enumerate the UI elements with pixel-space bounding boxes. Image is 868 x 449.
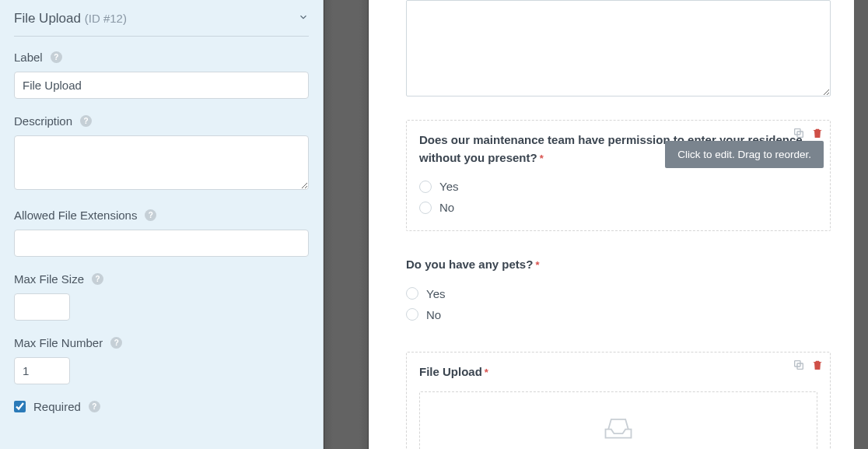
extensions-caption: Allowed File Extensions ? [14, 209, 309, 222]
sidebar-header: File Upload (ID #12) [0, 0, 323, 36]
sidebar-title-text: File Upload [14, 11, 81, 26]
radio-option-no[interactable]: No [419, 197, 817, 218]
duplicate-button[interactable] [793, 127, 805, 139]
extensions-caption-text: Allowed File Extensions [14, 209, 137, 222]
help-icon[interactable]: ? [80, 115, 92, 127]
required-caption: Required [33, 400, 81, 413]
form-field-permission[interactable]: Click to edit. Drag to reorder. Does our… [406, 120, 831, 231]
radio-icon [406, 287, 418, 300]
max-size-caption-text: Max File Size [14, 272, 84, 286]
collapse-toggle[interactable] [298, 12, 309, 26]
preview-textarea[interactable] [406, 0, 831, 96]
field-id-label: (ID #12) [85, 12, 127, 25]
form-field-pets[interactable]: Do you have any pets?* Yes No [406, 245, 831, 338]
sidebar-title: File Upload (ID #12) [14, 11, 127, 26]
radio-icon [419, 181, 432, 193]
radio-icon [419, 202, 432, 214]
max-size-caption: Max File Size ? [14, 272, 309, 286]
trash-icon [811, 359, 824, 371]
extensions-group: Allowed File Extensions ? [0, 209, 323, 272]
copy-icon [793, 359, 805, 371]
description-caption-text: Description [14, 114, 72, 128]
radio-label: Yes [426, 287, 445, 300]
required-group: Required ? [0, 400, 323, 429]
help-icon[interactable]: ? [89, 401, 100, 412]
required-checkbox[interactable] [14, 401, 26, 412]
block-actions [793, 127, 824, 139]
delete-button[interactable] [811, 359, 824, 371]
max-number-caption-text: Max File Number [14, 336, 103, 349]
properties-sidebar: File Upload (ID #12) Label ? Description… [0, 0, 324, 449]
required-star: * [535, 259, 539, 271]
required-star: * [485, 367, 488, 378]
radio-option-no[interactable]: No [406, 304, 831, 325]
field-label: Do you have any pets?* [406, 256, 831, 274]
max-number-input[interactable] [14, 357, 70, 384]
required-star: * [540, 153, 544, 164]
trash-icon [811, 127, 824, 139]
form-field-file-upload[interactable]: File Upload* Click or drag a file to thi… [406, 352, 831, 450]
label-group: Label ? [0, 51, 323, 114]
panel-gap [324, 0, 369, 449]
field-label: File Upload* [419, 363, 817, 381]
description-input[interactable] [14, 135, 309, 190]
radio-option-yes[interactable]: Yes [419, 176, 817, 197]
help-icon[interactable]: ? [92, 273, 103, 285]
max-number-caption: Max File Number ? [14, 336, 309, 349]
radio-label: Yes [439, 180, 458, 193]
radio-icon [406, 308, 418, 321]
max-size-group: Max File Size ? [0, 272, 323, 336]
radio-option-yes[interactable]: Yes [406, 283, 831, 304]
help-icon[interactable]: ? [51, 51, 62, 63]
help-icon[interactable]: ? [145, 209, 156, 221]
delete-button[interactable] [811, 127, 824, 139]
block-actions [793, 359, 824, 371]
edit-tooltip: Click to edit. Drag to reorder. [665, 141, 824, 168]
description-caption: Description ? [14, 114, 309, 128]
radio-label: No [439, 201, 454, 214]
radio-label: No [426, 308, 441, 321]
description-group: Description ? [0, 114, 323, 209]
max-size-input[interactable] [14, 293, 70, 321]
max-number-group: Max File Number ? [0, 336, 323, 400]
form-preview: Click to edit. Drag to reorder. Does our… [369, 0, 868, 449]
extensions-input[interactable] [14, 230, 309, 257]
help-icon[interactable]: ? [110, 337, 122, 349]
copy-icon [793, 127, 805, 139]
inbox-icon [601, 411, 635, 442]
upload-dropzone[interactable]: Click or drag a file to this area to upl… [419, 391, 817, 449]
divider [14, 36, 309, 37]
chevron-down-icon [298, 12, 309, 23]
duplicate-button[interactable] [793, 359, 805, 371]
label-input[interactable] [14, 72, 309, 99]
label-caption: Label ? [14, 51, 309, 64]
label-caption-text: Label [14, 51, 43, 64]
